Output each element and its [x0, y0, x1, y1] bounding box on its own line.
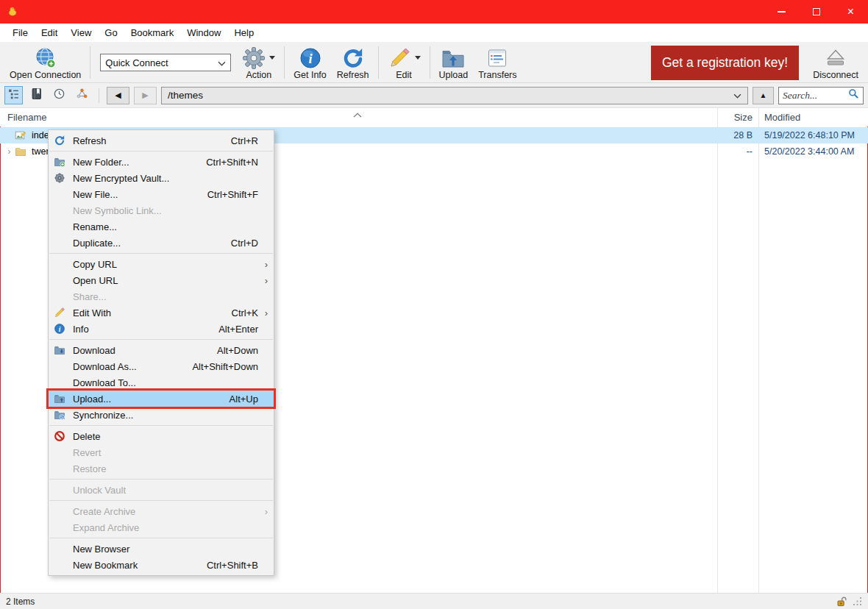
context-item-revert[interactable]: Revert [49, 444, 274, 460]
edit-button[interactable]: Edit [383, 43, 426, 82]
item-count-label: 2 Items [6, 596, 35, 607]
context-item-download-to[interactable]: Download To... [49, 374, 274, 391]
gear-icon [242, 46, 275, 70]
refresh-label: Refresh [337, 70, 369, 80]
context-item-download[interactable]: DownloadAlt+Down [49, 342, 274, 358]
menu-view[interactable]: View [64, 24, 98, 41]
menu-go[interactable]: Go [98, 24, 124, 41]
context-item-shortcut: Ctrl+R [231, 135, 258, 146]
column-divider[interactable] [717, 108, 718, 593]
context-item-open-url[interactable]: Open URL› [49, 272, 274, 288]
context-item-restore[interactable]: Restore [49, 460, 274, 477]
back-button[interactable]: ◀ [107, 87, 129, 104]
context-item-share[interactable]: Share... [49, 288, 274, 304]
context-item-label: New File... [73, 189, 200, 200]
context-item-label: New Bookmark [73, 560, 199, 571]
dropdown-caret-icon [415, 56, 421, 60]
context-item-expand-archive[interactable]: Expand Archive [49, 519, 274, 535]
context-item-refresh[interactable]: RefreshCtrl+R [49, 132, 274, 149]
context-item-create-archive[interactable]: Create Archive› [49, 503, 274, 519]
menu-window[interactable]: Window [180, 24, 227, 41]
quick-connect-combobox[interactable]: Quick Connect [100, 54, 231, 71]
menu-help[interactable]: Help [227, 24, 260, 41]
history-toggle[interactable] [50, 86, 68, 104]
context-item-unlock-vault[interactable]: Unlock Vault [49, 482, 274, 498]
context-item-shortcut: Alt+Shift+Down [192, 361, 258, 372]
history-clock-icon [53, 88, 65, 103]
resize-grip-icon[interactable] [853, 596, 862, 606]
refresh-icon [53, 135, 66, 146]
context-item-delete[interactable]: Delete [49, 428, 274, 444]
transfers-button[interactable]: Transfers [473, 43, 522, 82]
expand-chevron-icon[interactable]: › [4, 146, 15, 157]
context-item-new-encrypted-vault[interactable]: New Encrypted Vault... [49, 170, 274, 186]
context-item-label: Delete [73, 431, 251, 442]
menu-separator [49, 500, 273, 501]
context-item-copy-url[interactable]: Copy URL› [49, 256, 274, 272]
context-item-label: Download To... [73, 377, 251, 388]
menu-file[interactable]: File [6, 24, 35, 41]
context-item-new-bookmark[interactable]: New BookmarkCtrl+Shift+B [49, 557, 274, 573]
context-item-edit-with[interactable]: Edit WithCtrl+K› [49, 304, 274, 321]
context-item-new-file[interactable]: New File...Ctrl+Shift+F [49, 186, 274, 202]
upload-folder-icon [53, 393, 66, 405]
context-item-label: Edit With [73, 307, 224, 318]
context-item-info[interactable]: iInfoAlt+Enter [49, 321, 274, 337]
column-header-row: Filename Size Modified [0, 108, 868, 127]
disconnect-button[interactable]: Disconnect [808, 43, 864, 82]
toolbar: Open Connection Quick Connect Action i G… [0, 42, 868, 83]
toolbar-separator [378, 46, 379, 79]
context-item-label: New Browser [73, 544, 251, 555]
context-item-download-as[interactable]: Download As...Alt+Shift+Down [49, 358, 274, 374]
upload-button[interactable]: Upload [434, 43, 474, 82]
context-menu: RefreshCtrl+RNew Folder...Ctrl+Shift+NNe… [48, 129, 274, 576]
open-connection-button[interactable]: Open Connection [4, 43, 86, 82]
search-input[interactable] [783, 90, 848, 102]
delete-icon [53, 430, 66, 442]
column-header-size[interactable]: Size [717, 112, 753, 123]
bonjour-toggle[interactable] [73, 86, 91, 104]
upload-folder-icon [441, 46, 465, 70]
minimize-button[interactable] [764, 0, 799, 24]
context-item-rename[interactable]: Rename... [49, 218, 274, 235]
minimize-icon [778, 11, 786, 13]
menu-separator [49, 253, 273, 254]
maximize-button[interactable] [799, 0, 833, 24]
context-item-new-folder[interactable]: New Folder...Ctrl+Shift+N [49, 154, 274, 170]
context-item-label: New Folder... [73, 157, 199, 168]
context-item-label: Synchronize... [73, 410, 251, 421]
context-item-label: Refresh [73, 135, 224, 146]
menu-bookmark[interactable]: Bookmark [124, 24, 181, 41]
back-icon: ◀ [115, 90, 121, 100]
path-combobox[interactable]: /themes [161, 87, 748, 104]
close-button[interactable]: × [833, 0, 868, 24]
context-item-synchronize[interactable]: Synchronize... [49, 407, 274, 423]
go-up-button[interactable]: ▲ [753, 87, 774, 104]
action-button[interactable]: Action [237, 43, 280, 82]
column-header-filename[interactable]: Filename [7, 112, 46, 123]
forward-button[interactable]: ▶ [134, 87, 157, 104]
context-item-shortcut: Ctrl+Shift+B [207, 560, 258, 571]
image-file-icon [15, 129, 27, 141]
get-info-button[interactable]: i Get Info [288, 43, 331, 82]
close-icon: × [847, 6, 854, 18]
context-item-upload[interactable]: Upload...Alt+Up [49, 391, 274, 407]
context-item-new-browser[interactable]: New Browser [49, 541, 274, 557]
context-item-new-symbolic-link[interactable]: New Symbolic Link... [49, 202, 274, 218]
bookmarks-toggle[interactable] [27, 86, 46, 104]
column-header-modified[interactable]: Modified [764, 112, 800, 123]
column-divider[interactable] [758, 108, 759, 593]
outline-view-toggle[interactable] [4, 86, 23, 104]
registration-button[interactable]: Get a registration key! [651, 46, 799, 80]
quick-connect-value: Quick Connect [105, 57, 168, 68]
context-item-duplicate[interactable]: Duplicate...Ctrl+D [49, 235, 274, 251]
download-folder-icon [53, 344, 66, 356]
menu-edit[interactable]: Edit [35, 24, 64, 41]
pathbar: ◀ ▶ /themes ▲ [0, 83, 868, 108]
statusbar: 2 Items [0, 593, 868, 609]
refresh-button[interactable]: Refresh [332, 43, 374, 82]
context-item-label: Open URL [73, 275, 251, 286]
context-item-label: Restore [73, 463, 251, 474]
submenu-arrow-icon: › [260, 506, 268, 517]
context-item-label: Unlock Vault [73, 485, 251, 496]
